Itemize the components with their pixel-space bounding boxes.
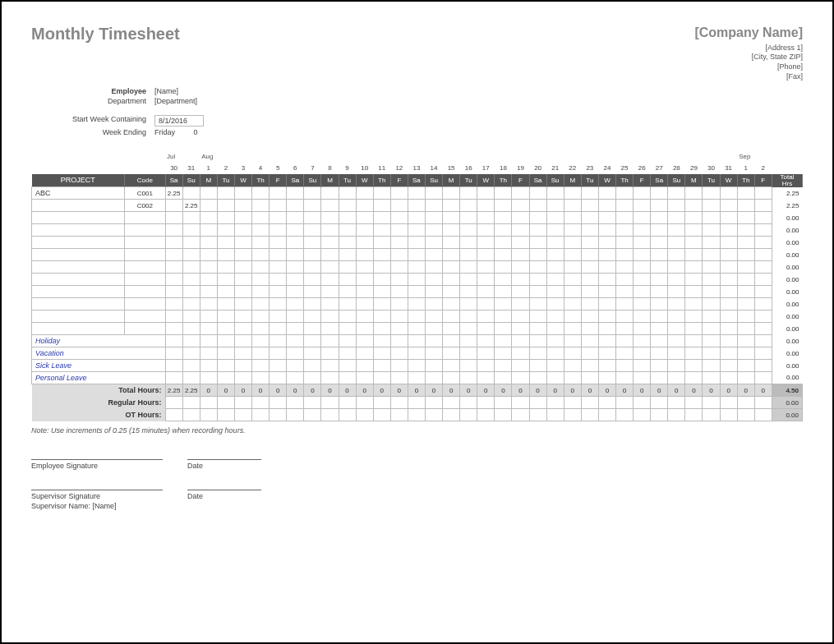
regular-cell[interactable] [408, 397, 425, 409]
hours-cell[interactable] [339, 323, 356, 335]
hours-cell[interactable] [234, 310, 251, 323]
hours-cell[interactable] [217, 372, 234, 384]
hours-cell[interactable] [356, 298, 373, 310]
hours-cell[interactable] [408, 335, 425, 347]
hours-cell[interactable] [495, 200, 512, 212]
hours-cell[interactable] [737, 187, 754, 200]
hours-cell[interactable] [339, 360, 356, 372]
regular-cell[interactable] [546, 397, 564, 409]
hours-cell[interactable] [634, 298, 651, 310]
hours-cell[interactable] [304, 286, 321, 298]
hours-cell[interactable] [703, 360, 720, 372]
hours-cell[interactable] [234, 286, 251, 298]
hours-cell[interactable] [546, 335, 564, 347]
hours-cell[interactable] [720, 360, 737, 372]
hours-cell[interactable] [234, 323, 251, 335]
hours-cell[interactable] [598, 200, 615, 212]
hours-cell[interactable] [321, 249, 339, 261]
hours-cell[interactable] [270, 237, 287, 249]
hours-cell[interactable] [443, 310, 460, 323]
hours-cell[interactable] [477, 187, 495, 200]
leave-label[interactable]: Holiday [32, 335, 166, 347]
employee-signature-date[interactable]: Date [187, 459, 261, 470]
hours-cell[interactable] [720, 187, 737, 200]
hours-cell[interactable] [703, 274, 720, 286]
hours-cell[interactable] [685, 237, 703, 249]
regular-cell[interactable] [720, 397, 737, 409]
hours-cell[interactable] [200, 224, 217, 237]
supervisor-signature-line[interactable]: Supervisor Signature [31, 490, 163, 500]
hours-cell[interactable] [737, 372, 754, 384]
hours-cell[interactable] [529, 360, 546, 372]
hours-cell[interactable] [737, 310, 754, 323]
hours-cell[interactable] [200, 310, 217, 323]
hours-cell[interactable] [529, 347, 546, 360]
ot-cell[interactable] [477, 409, 495, 421]
hours-cell[interactable] [651, 187, 668, 200]
hours-cell[interactable] [339, 347, 356, 360]
hours-cell[interactable] [754, 310, 772, 323]
project-cell[interactable] [32, 200, 125, 212]
hours-cell[interactable] [634, 249, 651, 261]
hours-cell[interactable] [754, 187, 772, 200]
hours-cell[interactable] [720, 347, 737, 360]
hours-cell[interactable] [200, 274, 217, 286]
hours-cell[interactable] [408, 200, 425, 212]
ot-cell[interactable] [408, 409, 425, 421]
hours-cell[interactable] [495, 274, 512, 286]
hours-cell[interactable] [252, 298, 270, 310]
hours-cell[interactable] [754, 298, 772, 310]
hours-cell[interactable] [495, 298, 512, 310]
hours-cell[interactable] [737, 249, 754, 261]
hours-cell[interactable] [529, 323, 546, 335]
hours-cell[interactable] [234, 224, 251, 237]
project-cell[interactable] [32, 310, 125, 323]
hours-cell[interactable] [373, 360, 390, 372]
hours-cell[interactable] [737, 360, 754, 372]
hours-cell[interactable] [598, 298, 615, 310]
hours-cell[interactable] [754, 200, 772, 212]
hours-cell[interactable]: 2.25 [182, 200, 200, 212]
hours-cell[interactable] [304, 261, 321, 274]
hours-cell[interactable] [581, 347, 598, 360]
hours-cell[interactable] [425, 298, 442, 310]
project-cell[interactable] [32, 286, 125, 298]
regular-cell[interactable] [356, 397, 373, 409]
hours-cell[interactable] [443, 372, 460, 384]
hours-cell[interactable] [287, 335, 304, 347]
hours-cell[interactable] [495, 335, 512, 347]
hours-cell[interactable] [564, 237, 581, 249]
hours-cell[interactable] [252, 360, 270, 372]
hours-cell[interactable] [390, 200, 408, 212]
hours-cell[interactable] [634, 187, 651, 200]
hours-cell[interactable] [304, 335, 321, 347]
hours-cell[interactable] [634, 237, 651, 249]
hours-cell[interactable] [425, 274, 442, 286]
hours-cell[interactable] [737, 335, 754, 347]
hours-cell[interactable] [651, 298, 668, 310]
hours-cell[interactable] [668, 200, 685, 212]
hours-cell[interactable] [425, 224, 442, 237]
hours-cell[interactable] [598, 224, 615, 237]
regular-cell[interactable] [581, 397, 598, 409]
hours-cell[interactable] [373, 372, 390, 384]
hours-cell[interactable] [234, 347, 251, 360]
hours-cell[interactable] [234, 249, 251, 261]
hours-cell[interactable] [356, 249, 373, 261]
hours-cell[interactable] [339, 224, 356, 237]
hours-cell[interactable] [477, 200, 495, 212]
supervisor-name-value[interactable]: [Name] [93, 502, 117, 510]
hours-cell[interactable] [495, 323, 512, 335]
hours-cell[interactable] [270, 212, 287, 224]
hours-cell[interactable] [546, 187, 564, 200]
hours-cell[interactable] [234, 187, 251, 200]
hours-cell[interactable] [512, 286, 529, 298]
hours-cell[interactable] [634, 360, 651, 372]
hours-cell[interactable] [217, 347, 234, 360]
hours-cell[interactable] [495, 310, 512, 323]
regular-cell[interactable] [703, 397, 720, 409]
hours-cell[interactable] [182, 261, 200, 274]
hours-cell[interactable] [408, 212, 425, 224]
hours-cell[interactable] [685, 212, 703, 224]
regular-cell[interactable] [685, 397, 703, 409]
